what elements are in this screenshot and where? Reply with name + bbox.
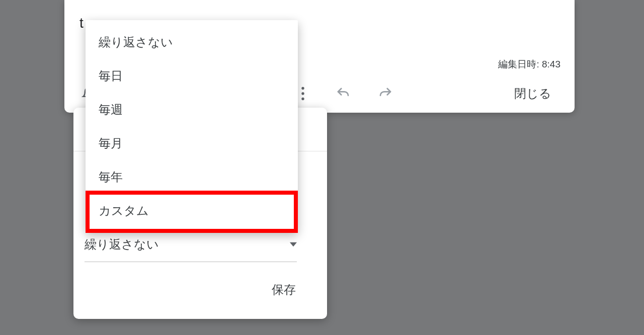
- dropdown-option-label: 繰り返さない: [99, 34, 173, 50]
- svg-point-2: [301, 98, 304, 100]
- dropdown-option-label: 毎週: [99, 102, 123, 118]
- dropdown-option-yearly[interactable]: 毎年: [86, 160, 298, 194]
- caret-down-icon: [290, 241, 297, 248]
- redo-icon[interactable]: [373, 81, 397, 106]
- dropdown-option-custom[interactable]: カスタム: [86, 194, 298, 227]
- dropdown-option-daily[interactable]: 毎日: [86, 59, 298, 93]
- repeat-field-underline: [85, 262, 297, 262]
- dropdown-option-label: 毎年: [99, 169, 123, 185]
- save-button[interactable]: 保存: [266, 278, 302, 302]
- undo-icon[interactable]: [331, 81, 355, 106]
- dropdown-option-monthly[interactable]: 毎月: [86, 126, 298, 160]
- repeat-dropdown-menu: 繰り返さない 毎日 毎週 毎月 毎年 カスタム: [86, 20, 298, 232]
- close-button[interactable]: 閉じる: [507, 81, 558, 106]
- dropdown-option-no-repeat[interactable]: 繰り返さない: [86, 25, 298, 59]
- note-title-text: t: [79, 15, 84, 31]
- repeat-selected-label: 繰り返さない: [85, 236, 159, 253]
- edit-time-label: 編集日時: 8:43: [498, 58, 560, 71]
- close-button-label: 閉じる: [514, 86, 551, 102]
- svg-point-1: [301, 92, 304, 95]
- dropdown-option-weekly[interactable]: 毎週: [86, 93, 298, 126]
- dropdown-option-label: カスタム: [99, 203, 149, 219]
- save-button-label: 保存: [272, 283, 296, 296]
- dropdown-option-label: 毎月: [99, 135, 123, 151]
- repeat-select-field[interactable]: 繰り返さない: [85, 236, 297, 253]
- svg-point-0: [301, 87, 304, 90]
- dropdown-option-label: 毎日: [99, 68, 123, 84]
